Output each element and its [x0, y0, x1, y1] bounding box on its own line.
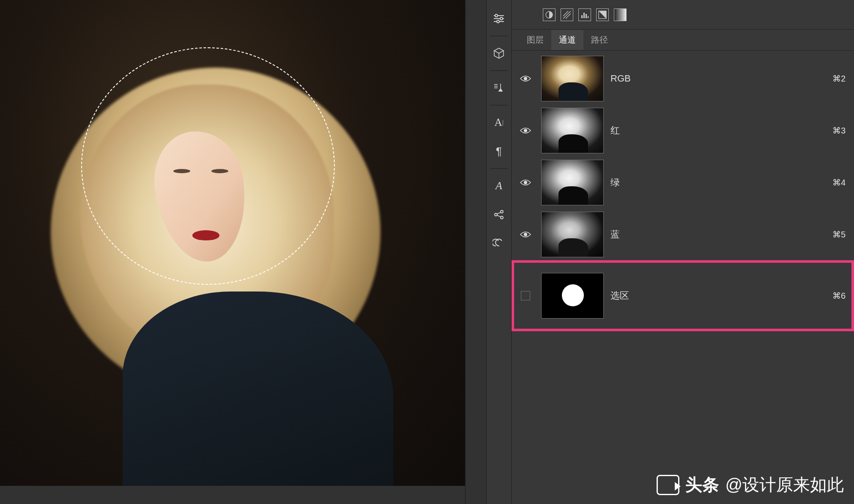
channel-thumb — [541, 273, 604, 319]
svg-point-4 — [500, 17, 503, 20]
adjust-exposure-icon[interactable] — [596, 8, 609, 21]
channel-thumb — [541, 108, 604, 153]
svg-point-11 — [501, 216, 503, 219]
channel-shortcut: ⌘4 — [832, 177, 846, 188]
channel-thumb — [541, 56, 604, 101]
watermark-brand: 头条 — [685, 473, 719, 496]
channel-name: 绿 — [610, 176, 826, 189]
svg-point-25 — [524, 129, 527, 132]
watermark-handle: @设计原来如此 — [725, 473, 844, 496]
channel-name: RGB — [610, 73, 826, 84]
svg-line-12 — [497, 212, 501, 214]
channel-name: 红 — [610, 124, 826, 137]
channel-row-alpha-selection[interactable]: 选区 ⌘6 — [512, 260, 854, 331]
channel-thumb — [541, 212, 604, 257]
panel-tabs: 图层 通道 路径 — [512, 30, 854, 51]
svg-line-18 — [566, 14, 571, 19]
channel-shortcut: ⌘5 — [832, 229, 846, 240]
svg-rect-20 — [583, 13, 585, 18]
adjust-levels-icon[interactable] — [578, 8, 591, 21]
type-tool-icon[interactable]: A| — [489, 112, 509, 133]
channel-row-red[interactable]: 红 ⌘3 — [512, 104, 854, 156]
channel-name: 选区 — [610, 289, 826, 302]
watermark: 头条 @设计原来如此 — [657, 473, 844, 496]
share-icon[interactable] — [489, 204, 509, 225]
adjust-diagonal-icon[interactable] — [561, 8, 573, 21]
svg-point-27 — [524, 233, 527, 236]
svg-rect-19 — [581, 15, 583, 18]
visibility-eye-icon[interactable] — [517, 231, 534, 238]
cube-3d-icon[interactable] — [489, 43, 509, 63]
panel-gap — [465, 0, 486, 504]
visibility-eye-icon[interactable] — [517, 127, 534, 134]
adjustments-icon[interactable] — [489, 8, 509, 29]
glyph-icon[interactable]: A — [489, 176, 509, 196]
channel-name: 蓝 — [610, 228, 826, 241]
channels-panel: 图层 通道 路径 RGB ⌘2 红 ⌘3 绿 ⌘4 — [512, 0, 854, 504]
svg-point-24 — [524, 77, 527, 80]
svg-point-5 — [497, 20, 499, 23]
channel-row-rgb[interactable]: RGB ⌘2 — [512, 52, 854, 104]
channel-row-blue[interactable]: 蓝 ⌘5 — [512, 208, 854, 260]
clone-stamp-icon[interactable] — [489, 78, 509, 98]
channel-list: RGB ⌘2 红 ⌘3 绿 ⌘4 蓝 ⌘5 — [512, 51, 854, 504]
svg-point-3 — [495, 14, 498, 17]
channel-row-green[interactable]: 绿 ⌘4 — [512, 156, 854, 208]
tab-channels[interactable]: 通道 — [551, 30, 583, 50]
adjust-gradient-icon[interactable] — [614, 8, 627, 21]
canvas-area[interactable] — [0, 0, 465, 486]
tool-column: A| ¶ A — [486, 0, 512, 504]
svg-point-10 — [501, 210, 503, 213]
document-photo — [0, 0, 465, 486]
cc-libraries-icon[interactable] — [489, 233, 509, 253]
svg-rect-21 — [586, 14, 587, 18]
watermark-logo-icon — [657, 475, 679, 495]
channel-shortcut: ⌘3 — [832, 125, 846, 136]
tab-paths[interactable]: 路径 — [583, 30, 616, 50]
adjust-brightness-icon[interactable] — [543, 8, 556, 21]
channel-shortcut: ⌘2 — [832, 74, 846, 84]
channel-shortcut: ⌘6 — [832, 291, 846, 301]
svg-line-13 — [497, 215, 501, 217]
adjustment-presets-row — [512, 0, 854, 30]
svg-rect-22 — [588, 16, 588, 18]
visibility-eye-icon[interactable] — [517, 75, 534, 82]
paragraph-icon[interactable]: ¶ — [489, 141, 509, 161]
channel-thumb — [541, 160, 604, 205]
tab-layers[interactable]: 图层 — [519, 30, 551, 50]
svg-point-26 — [524, 181, 527, 184]
svg-line-17 — [563, 11, 568, 16]
svg-point-9 — [495, 213, 497, 216]
visibility-eye-icon[interactable] — [517, 179, 534, 186]
visibility-toggle-empty[interactable] — [517, 291, 534, 300]
